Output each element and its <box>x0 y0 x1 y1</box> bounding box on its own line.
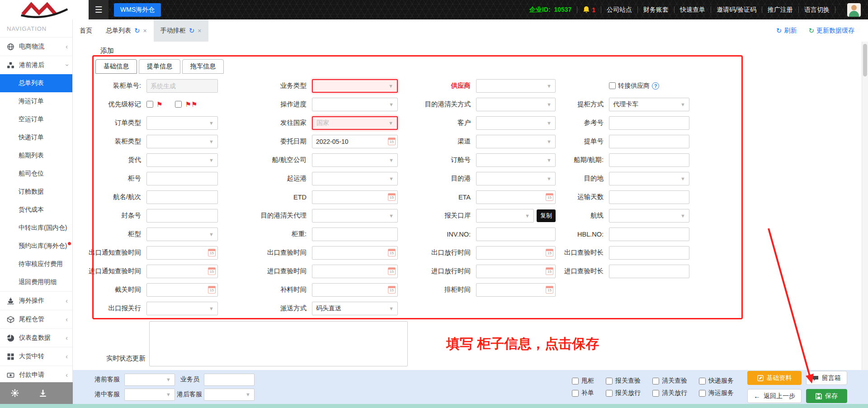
sidebar-group[interactable]: 仪表盘数据‹ <box>0 328 72 347</box>
checkbox[interactable] <box>652 378 659 384</box>
select-field[interactable]: ▼ <box>312 153 398 167</box>
hamburger-menu-icon[interactable]: ☰ <box>89 0 108 19</box>
tab-首页[interactable]: 首页 <box>73 19 99 42</box>
text-input[interactable] <box>609 116 689 130</box>
app-tab-wms[interactable]: WMS海外仓 <box>114 3 161 17</box>
button-留言箱[interactable]: 留言箱 <box>806 371 847 385</box>
refresh-icon[interactable]: ↻ <box>189 27 195 34</box>
vertical-scrollbar[interactable] <box>862 42 868 404</box>
sidebar-item[interactable]: 待审核应付费用 <box>0 255 72 273</box>
gear-icon[interactable] <box>11 389 19 397</box>
select-field[interactable]: ▼ <box>312 172 398 185</box>
date-input[interactable] <box>146 246 218 260</box>
tab-总单列表[interactable]: 总单列表↻× <box>99 19 154 42</box>
update-cache-action[interactable]: ↻ 更新数据缓存 <box>808 27 854 35</box>
select-field[interactable]: ▼ <box>476 116 556 130</box>
select-field[interactable]: ▼ <box>609 209 689 223</box>
company-logo[interactable] <box>0 0 89 19</box>
sidebar-group[interactable]: 海外操作‹ <box>0 291 72 310</box>
text-input[interactable] <box>609 135 689 148</box>
sidebar-item[interactable]: 快递订单 <box>0 128 72 147</box>
select-field[interactable]: ▼ <box>476 153 556 167</box>
select-field[interactable]: ▼ <box>146 302 218 315</box>
select-field[interactable]: ▼ <box>312 79 398 93</box>
refresh-action[interactable]: ↻ 刷新 <box>776 27 797 35</box>
priority-checkbox[interactable] <box>146 101 153 108</box>
select-field[interactable]: 代理卡车▼ <box>609 98 689 111</box>
button-基础资料[interactable]: 基础资料 <box>747 371 802 385</box>
copy-button[interactable]: 复制 <box>537 209 556 222</box>
scrollbar-thumb[interactable] <box>863 44 867 76</box>
sidebar-item[interactable]: 退回费用明细 <box>0 273 72 291</box>
user-avatar-icon[interactable] <box>847 3 861 17</box>
select-field[interactable]: ▼ <box>312 98 398 111</box>
select-field[interactable]: ▼ <box>476 98 556 111</box>
date-input[interactable] <box>476 265 556 278</box>
tab-手动排柜[interactable]: 手动排柜↻× <box>154 19 208 42</box>
sidebar-group[interactable]: 付款申请‹ <box>0 365 72 384</box>
checkbox[interactable] <box>572 390 579 397</box>
button-保存[interactable]: 保存 <box>806 389 847 403</box>
select-field[interactable]: ▼ <box>146 228 218 241</box>
download-icon[interactable] <box>39 389 47 397</box>
text-input[interactable] <box>312 228 398 241</box>
text-input[interactable] <box>146 79 218 93</box>
topbar-link[interactable]: 邀请码/验证码 <box>717 6 756 14</box>
checkbox[interactable] <box>606 378 613 384</box>
checkbox[interactable] <box>699 390 706 397</box>
close-icon[interactable]: × <box>143 28 147 34</box>
close-icon[interactable]: × <box>198 28 201 34</box>
form-tab-提单信息[interactable]: 提单信息 <box>139 59 180 74</box>
sidebar-item[interactable]: 船期列表 <box>0 147 72 165</box>
date-input[interactable] <box>476 246 556 260</box>
date-input[interactable] <box>146 283 218 297</box>
sidebar-item[interactable]: 订舱数据 <box>0 183 72 201</box>
refresh-icon[interactable]: ↻ <box>134 27 140 34</box>
text-input[interactable] <box>609 228 689 241</box>
form-tab-拖车信息[interactable]: 拖车信息 <box>182 59 224 74</box>
date-input[interactable] <box>312 246 398 260</box>
sidebar-item[interactable]: 海运订单 <box>0 92 72 110</box>
date-input[interactable] <box>312 283 398 297</box>
text-input[interactable] <box>146 190 218 204</box>
text-input[interactable] <box>204 374 255 386</box>
status-textarea[interactable] <box>149 321 408 366</box>
sidebar-group[interactable]: 港前港后‹ <box>0 56 72 74</box>
date-input[interactable] <box>476 283 556 297</box>
sidebar-group[interactable]: 电商物流‹ <box>0 37 72 56</box>
select-field[interactable]: ▼ <box>476 135 556 148</box>
topbar-link[interactable]: 语言切换 <box>804 6 830 14</box>
text-input[interactable] <box>476 228 556 241</box>
sidebar-item[interactable]: 总单列表 <box>0 74 72 92</box>
select-field[interactable]: ▼ <box>476 79 556 93</box>
select-field[interactable]: ▼ <box>476 172 556 185</box>
date-input[interactable] <box>146 265 218 278</box>
select-field[interactable]: ▼ <box>124 374 175 386</box>
topbar-link[interactable]: 财务账套 <box>643 6 669 14</box>
sidebar-item[interactable]: 货代成本 <box>0 201 72 219</box>
sidebar-item[interactable]: 船司仓位 <box>0 165 72 183</box>
sidebar-group[interactable]: 大货中转‹ <box>0 347 72 365</box>
select-field[interactable]: ▼ <box>146 116 218 130</box>
topbar-link[interactable]: 公司站点 <box>607 6 632 14</box>
text-input[interactable] <box>609 153 689 167</box>
sidebar-item[interactable]: 预约出库(海外仓) <box>0 237 72 255</box>
text-input[interactable] <box>146 172 218 185</box>
help-icon[interactable]: ? <box>652 82 659 90</box>
checkbox[interactable] <box>606 390 613 397</box>
select-field[interactable]: ▼ <box>146 135 218 148</box>
select-field[interactable]: ▼ <box>204 389 255 401</box>
select-field[interactable]: ▼ <box>476 209 534 223</box>
text-input[interactable] <box>609 265 689 278</box>
text-input[interactable] <box>609 246 689 260</box>
notification-bell[interactable]: 1 <box>583 6 595 14</box>
select-field[interactable]: ▼ <box>146 153 218 167</box>
date-input[interactable] <box>312 135 398 148</box>
checkbox[interactable] <box>572 378 579 384</box>
button-返回上一步[interactable]: ←返回上一步 <box>747 389 802 403</box>
topbar-link[interactable]: 快速查单 <box>680 6 705 14</box>
select-field[interactable]: ▼ <box>609 172 689 185</box>
text-input[interactable] <box>609 190 689 204</box>
sidebar-group[interactable]: 尾程仓管‹ <box>0 310 72 328</box>
form-tab-基础信息[interactable]: 基础信息 <box>95 59 137 74</box>
